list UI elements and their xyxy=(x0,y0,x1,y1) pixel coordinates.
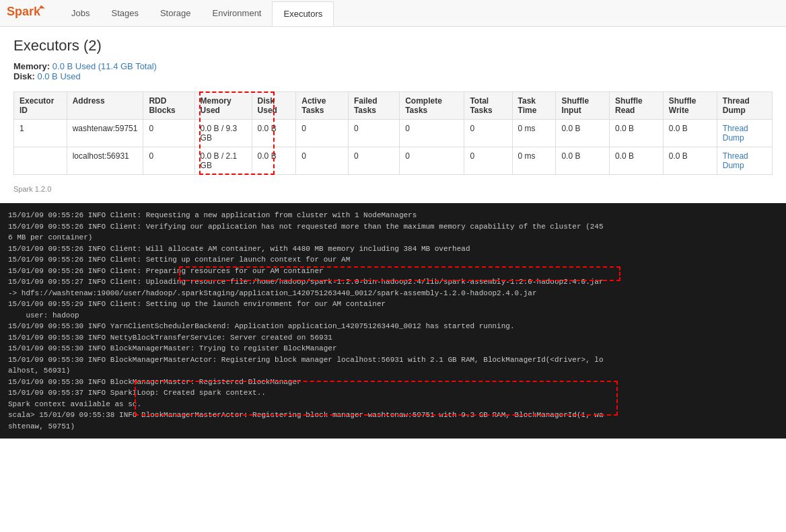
log-line: alhost, 56931) xyxy=(8,365,778,377)
cell-memory-used: 0.0 B / 2.1 GB xyxy=(194,147,252,175)
memory-value: 0.0 B Used (11.4 GB Total) xyxy=(52,61,157,71)
svg-text:Spark: Spark xyxy=(7,5,41,18)
log-line: 15/01/09 09:55:37 INFO SparkILoop: Creat… xyxy=(8,387,778,399)
thread-dump-link[interactable]: Thread Dump xyxy=(723,151,748,170)
summary-info: Memory: 0.0 B Used (11.4 GB Total) Disk:… xyxy=(13,61,773,81)
executor-table: Executor ID Address RDD Blocks Memory Us… xyxy=(13,91,773,175)
nav-link-stages[interactable]: Stages xyxy=(100,1,149,25)
col-rdd-blocks: RDD Blocks xyxy=(143,92,194,120)
col-memory-used: Memory Used xyxy=(194,92,252,120)
cell-complete-tasks: 0 xyxy=(400,120,464,147)
log-line: 15/01/09 09:55:30 INFO BlockManagerMaste… xyxy=(8,354,778,366)
cell-task-time: 0 ms xyxy=(512,120,556,147)
cell-address: washtenaw:59751 xyxy=(67,120,143,147)
disk-label: Disk: xyxy=(13,71,35,81)
cell-thread-dump[interactable]: Thread Dump xyxy=(717,120,772,147)
col-shuffle-write: Shuffle Write xyxy=(663,92,717,120)
log-line: 15/01/09 09:55:30 INFO NettyBlockTransfe… xyxy=(8,332,778,344)
cell-active-tasks: 0 xyxy=(296,120,349,147)
cell-disk-used: 0.0 B xyxy=(252,147,296,175)
nav-item-executors[interactable]: Executors xyxy=(272,1,334,26)
cell-address: localhost:56931 xyxy=(67,147,143,175)
col-complete-tasks: Complete Tasks xyxy=(400,92,464,120)
page-wrapper: Spark Jobs Stages Storage Environment Ex… xyxy=(0,0,786,439)
brand: Spark xyxy=(7,2,47,24)
cell-shuffle-write: 0.0 B xyxy=(663,147,717,175)
cell-disk-used: 0.0 B xyxy=(252,120,296,147)
page-title: Executors (2) xyxy=(13,37,773,54)
cell-task-time: 0 ms xyxy=(512,147,556,175)
spark-logo: Spark xyxy=(7,2,47,24)
table-row: localhost:56931 0 0.0 B / 2.1 GB 0.0 B 0… xyxy=(14,147,773,175)
cell-shuffle-read: 0.0 B xyxy=(610,147,664,175)
nav-links: Jobs Stages Storage Environment Executor… xyxy=(61,1,334,26)
log-line: 15/01/09 09:55:26 INFO Client: Verifying… xyxy=(8,221,778,233)
log-line: scala> 15/01/09 09:55:38 INFO BlockManag… xyxy=(8,410,778,421)
spark-version: Spark 1.2.0 xyxy=(13,185,773,193)
table-row: 1 washtenaw:59751 0 0.0 B / 9.3 GB 0.0 B… xyxy=(14,120,773,147)
cell-shuffle-read: 0.0 B xyxy=(610,120,664,147)
log-line: 15/01/09 09:55:30 INFO BlockManagerMaste… xyxy=(8,343,778,354)
log-line: 15/01/09 09:55:30 INFO BlockManagerMaste… xyxy=(8,377,778,388)
log-line: 15/01/09 09:55:30 INFO YarnClientSchedul… xyxy=(8,321,778,332)
memory-label: Memory: xyxy=(13,61,50,71)
nav-item-stages[interactable]: Stages xyxy=(100,1,149,26)
nav-item-environment[interactable]: Environment xyxy=(202,1,273,26)
navbar: Spark Jobs Stages Storage Environment Ex… xyxy=(0,0,786,27)
cell-complete-tasks: 0 xyxy=(400,147,464,175)
log-line: shtenaw, 59751) xyxy=(8,421,778,432)
cell-thread-dump[interactable]: Thread Dump xyxy=(717,147,772,175)
cell-executor-id xyxy=(14,147,67,175)
nav-link-executors[interactable]: Executors xyxy=(272,1,334,26)
cell-memory-used: 0.0 B / 9.3 GB xyxy=(194,120,252,147)
log-line: 15/01/09 09:55:26 INFO Client: Setting u… xyxy=(8,254,778,266)
log-area: 15/01/09 09:55:26 INFO Client: Requestin… xyxy=(0,203,786,439)
nav-link-jobs[interactable]: Jobs xyxy=(61,1,100,25)
cell-shuffle-write: 0.0 B xyxy=(663,120,717,147)
log-line: 15/01/09 09:55:26 INFO Client: Preparing… xyxy=(8,266,778,277)
log-line: 6 MB per container) xyxy=(8,232,778,243)
cell-shuffle-input: 0.0 B xyxy=(556,147,610,175)
col-shuffle-read: Shuffle Read xyxy=(610,92,664,120)
cell-total-tasks: 0 xyxy=(464,147,512,175)
col-failed-tasks: Failed Tasks xyxy=(348,92,399,120)
nav-item-storage[interactable]: Storage xyxy=(149,1,202,26)
col-shuffle-input: Shuffle Input xyxy=(556,92,610,120)
col-active-tasks: Active Tasks xyxy=(296,92,349,120)
col-total-tasks: Total Tasks xyxy=(464,92,512,120)
nav-item-jobs[interactable]: Jobs xyxy=(61,1,100,26)
log-line: 15/01/09 09:55:26 INFO Client: Requestin… xyxy=(8,210,778,221)
log-line: 15/01/09 09:55:29 INFO Client: Setting u… xyxy=(8,299,778,310)
log-line: user: hadoop xyxy=(8,310,778,321)
nav-link-environment[interactable]: Environment xyxy=(202,1,273,25)
main-content: Executors (2) Memory: 0.0 B Used (11.4 G… xyxy=(0,27,786,203)
thread-dump-link[interactable]: Thread Dump xyxy=(723,124,748,143)
table-header-row: Executor ID Address RDD Blocks Memory Us… xyxy=(14,92,773,120)
log-line: 15/01/09 09:55:27 INFO Client: Uploading… xyxy=(8,276,778,288)
col-executor-id: Executor ID xyxy=(14,92,67,120)
col-address: Address xyxy=(67,92,143,120)
cell-executor-id: 1 xyxy=(14,120,67,147)
table-container: Executor ID Address RDD Blocks Memory Us… xyxy=(13,91,773,175)
cell-rdd-blocks: 0 xyxy=(143,147,194,175)
cell-failed-tasks: 0 xyxy=(348,147,399,175)
cell-total-tasks: 0 xyxy=(464,120,512,147)
log-line: -> hdfs://washtenaw:19000/user/hadoop/.s… xyxy=(8,288,778,299)
col-disk-used: Disk Used xyxy=(252,92,296,120)
nav-link-storage[interactable]: Storage xyxy=(149,1,202,25)
disk-value: 0.0 B Used xyxy=(37,71,80,81)
cell-shuffle-input: 0.0 B xyxy=(556,120,610,147)
log-line: Spark context available as sc. xyxy=(8,399,778,410)
col-thread-dump: Thread Dump xyxy=(717,92,772,120)
cell-failed-tasks: 0 xyxy=(348,120,399,147)
cell-active-tasks: 0 xyxy=(296,147,349,175)
col-task-time: Task Time xyxy=(512,92,556,120)
log-line: 15/01/09 09:55:26 INFO Client: Will allo… xyxy=(8,243,778,255)
cell-rdd-blocks: 0 xyxy=(143,120,194,147)
